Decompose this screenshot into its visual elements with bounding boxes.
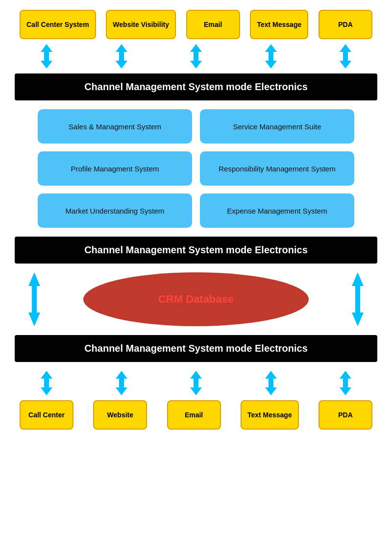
top-yellow-box-0: Call Center System [20, 10, 96, 39]
svg-marker-35 [340, 387, 351, 395]
top-yellow-box-3: Text Message [250, 10, 308, 39]
svg-marker-8 [190, 61, 202, 69]
svg-rect-34 [343, 379, 348, 387]
svg-marker-9 [265, 44, 277, 52]
top-arrow-3 [244, 44, 298, 69]
top-arrow-4 [318, 44, 372, 69]
svg-marker-29 [190, 387, 202, 395]
bottom-arrow-2 [169, 371, 223, 395]
top-arrow-2 [169, 44, 223, 69]
top-yellow-box-4: PDA [318, 10, 372, 39]
top-yellow-box-2: Email [186, 10, 240, 39]
svg-rect-31 [269, 379, 273, 387]
banner-3: Channel Management System mode Electroni… [15, 335, 377, 362]
banner-1: Channel Management System mode Electroni… [15, 73, 377, 100]
blue-box-0: Sales & Managment System [38, 109, 192, 144]
bottom-arrow-0 [20, 371, 74, 395]
svg-marker-5 [116, 61, 127, 69]
top-arrow-0 [20, 44, 74, 69]
crm-left-arrow [24, 272, 44, 326]
svg-marker-18 [352, 272, 364, 286]
top-arrow-1 [95, 44, 148, 69]
blue-box-4: Market Understanding System [38, 193, 192, 228]
svg-marker-24 [116, 371, 127, 379]
svg-marker-27 [190, 371, 202, 379]
svg-rect-28 [194, 379, 198, 387]
svg-marker-11 [265, 61, 277, 69]
svg-marker-21 [41, 371, 52, 379]
svg-marker-14 [340, 61, 351, 69]
top-yellow-row: Call Center SystemWebsite VisibilityEmai… [15, 10, 377, 39]
bottom-arrow-4 [318, 371, 372, 395]
bottom-yellow-box-1: Website [93, 400, 147, 430]
svg-marker-6 [190, 44, 202, 52]
crm-database: CRM Database [83, 272, 309, 326]
svg-marker-33 [340, 371, 351, 379]
svg-rect-16 [32, 286, 37, 313]
crm-right-arrow [348, 272, 368, 326]
bottom-arrow-3 [244, 371, 298, 395]
svg-rect-7 [194, 52, 198, 61]
svg-rect-4 [119, 52, 124, 61]
top-yellow-box-1: Website Visibility [106, 10, 176, 39]
crm-section: CRM Database [15, 272, 377, 326]
svg-marker-2 [41, 61, 52, 69]
svg-rect-10 [269, 52, 273, 61]
svg-rect-1 [44, 52, 49, 61]
svg-rect-22 [44, 379, 49, 387]
svg-marker-26 [116, 387, 127, 395]
blue-box-2: Profile Managment System [38, 151, 192, 186]
blue-grid: Sales & Managment SystemService Manageme… [33, 109, 359, 228]
banner-2: Channel Management System mode Electroni… [15, 237, 377, 264]
svg-marker-12 [340, 44, 351, 52]
bottom-yellow-box-3: Text Message [241, 400, 299, 430]
svg-marker-30 [265, 371, 277, 379]
svg-rect-19 [355, 286, 360, 313]
svg-marker-32 [265, 387, 277, 395]
svg-marker-15 [28, 272, 40, 286]
blue-box-5: Expense Management System [200, 193, 354, 228]
svg-marker-20 [352, 313, 364, 326]
blue-box-1: Service Management Suite [200, 109, 354, 144]
bottom-arrow-1 [95, 371, 148, 395]
blue-box-3: Responsibility Management System [200, 151, 354, 186]
svg-rect-25 [119, 379, 124, 387]
svg-marker-23 [41, 387, 52, 395]
svg-rect-13 [343, 52, 348, 61]
svg-marker-3 [116, 44, 127, 52]
svg-marker-17 [28, 313, 40, 326]
svg-marker-0 [41, 44, 52, 52]
bottom-yellow-box-4: PDA [318, 400, 372, 430]
bottom-yellow-box-0: Call Center [20, 400, 74, 430]
bottom-yellow-row: Call CenterWebsiteEmailText MessagePDA [15, 400, 377, 430]
top-arrow-row [15, 44, 377, 69]
bottom-arrow-row [15, 371, 377, 395]
bottom-yellow-box-2: Email [167, 400, 221, 430]
